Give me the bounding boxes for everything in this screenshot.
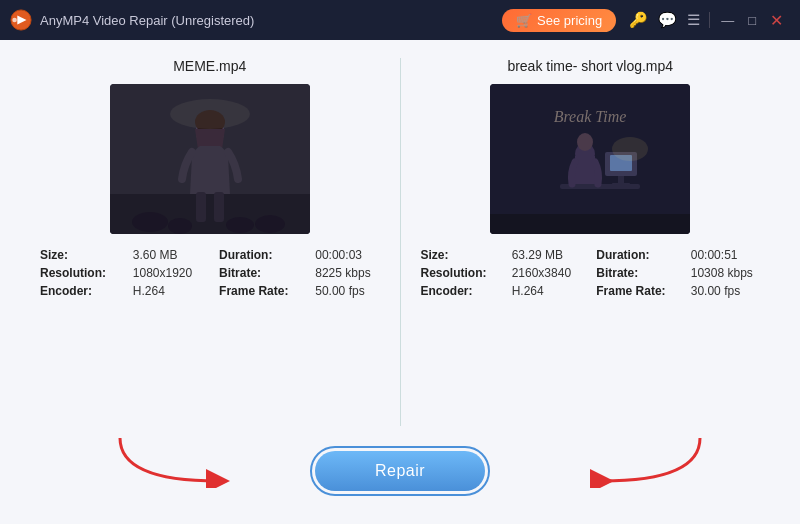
svg-rect-18 [618, 176, 624, 184]
right-video-panel: break time- short vlog.mp4 Break Time [411, 58, 771, 298]
panel-divider [400, 58, 401, 426]
left-framerate-label: Frame Rate: [219, 284, 307, 298]
title-bar-separator [709, 12, 710, 28]
svg-rect-6 [196, 192, 206, 222]
right-arrow-icon [590, 433, 710, 488]
svg-rect-7 [214, 192, 224, 222]
right-resolution-label: Resolution: [421, 266, 504, 280]
close-button[interactable]: ✕ [763, 9, 790, 32]
left-video-thumbnail [110, 84, 310, 234]
svg-point-22 [612, 137, 648, 161]
app-logo-icon [10, 9, 32, 31]
left-encoder-value: H.264 [133, 284, 211, 298]
right-duration-label: Duration: [596, 248, 683, 262]
left-framerate-value: 50.00 fps [315, 284, 389, 298]
svg-rect-23 [490, 214, 690, 234]
right-duration-value: 00:00:51 [691, 248, 770, 262]
maximize-button[interactable]: □ [741, 11, 763, 30]
key-icon-button[interactable]: 🔑 [624, 9, 653, 31]
svg-rect-19 [612, 183, 630, 185]
svg-point-9 [255, 215, 285, 233]
svg-point-12 [170, 99, 250, 129]
right-framerate-label: Frame Rate: [596, 284, 683, 298]
left-encoder-label: Encoder: [40, 284, 125, 298]
repair-button-wrapper: Repair [310, 446, 490, 496]
left-bitrate-value: 8225 kbps [315, 266, 389, 280]
left-size-label: Size: [40, 248, 125, 262]
right-video-thumbnail: Break Time [490, 84, 690, 234]
pricing-label: See pricing [537, 13, 602, 28]
svg-point-1 [12, 18, 17, 23]
left-resolution-value: 1080x1920 [133, 266, 211, 280]
left-video-title: MEME.mp4 [173, 58, 246, 74]
menu-icon-button[interactable]: ☰ [682, 9, 705, 31]
svg-point-21 [577, 133, 593, 151]
left-thumb-svg [110, 84, 310, 234]
svg-text:Break Time: Break Time [554, 108, 627, 125]
right-size-value: 63.29 MB [512, 248, 589, 262]
svg-point-11 [226, 217, 254, 233]
see-pricing-button[interactable]: 🛒 See pricing [502, 9, 616, 32]
left-size-value: 3.60 MB [133, 248, 211, 262]
main-content: MEME.mp4 [0, 40, 800, 524]
right-resolution-value: 2160x3840 [512, 266, 589, 280]
app-title: AnyMP4 Video Repair (Unregistered) [40, 13, 502, 28]
left-duration-label: Duration: [219, 248, 307, 262]
left-resolution-label: Resolution: [40, 266, 125, 280]
right-video-info: Size: 63.29 MB Duration: 00:00:51 Resolu… [411, 248, 771, 298]
cart-icon: 🛒 [516, 13, 532, 28]
minimize-button[interactable]: — [714, 11, 741, 30]
right-framerate-value: 30.00 fps [691, 284, 770, 298]
left-video-panel: MEME.mp4 [30, 58, 390, 298]
right-encoder-label: Encoder: [421, 284, 504, 298]
svg-point-10 [168, 218, 192, 234]
right-video-title: break time- short vlog.mp4 [507, 58, 673, 74]
right-encoder-value: H.264 [512, 284, 589, 298]
left-duration-value: 00:00:03 [315, 248, 389, 262]
right-thumb-svg: Break Time [490, 84, 690, 234]
repair-button[interactable]: Repair [315, 451, 485, 491]
videos-row: MEME.mp4 [30, 58, 770, 426]
right-bitrate-label: Bitrate: [596, 266, 683, 280]
svg-point-8 [132, 212, 168, 232]
repair-section: Repair [30, 436, 770, 506]
right-size-label: Size: [421, 248, 504, 262]
title-bar: AnyMP4 Video Repair (Unregistered) 🛒 See… [0, 0, 800, 40]
left-arrow-icon [110, 433, 230, 488]
right-bitrate-value: 10308 kbps [691, 266, 770, 280]
chat-icon-button[interactable]: 💬 [653, 9, 682, 31]
left-bitrate-label: Bitrate: [219, 266, 307, 280]
left-video-info: Size: 3.60 MB Duration: 00:00:03 Resolut… [30, 248, 390, 298]
